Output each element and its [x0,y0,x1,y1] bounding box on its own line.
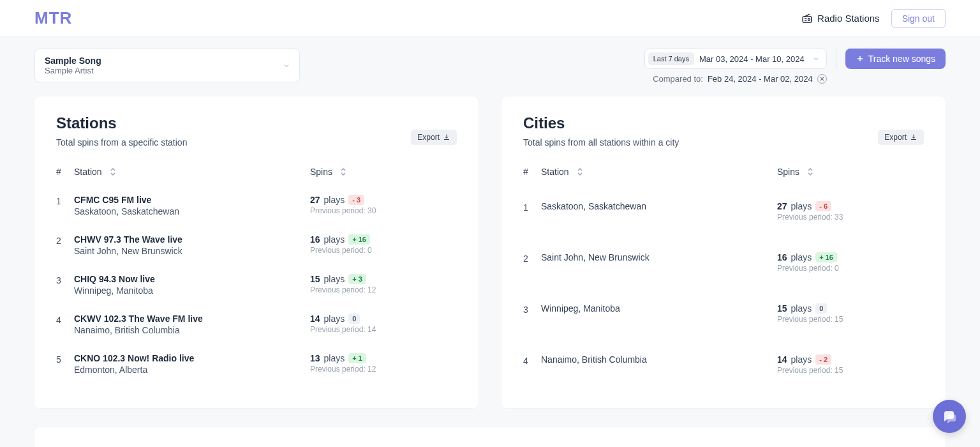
row-rank: 2 [56,234,74,256]
sort-icon [340,167,346,176]
row-rank: 4 [523,354,541,375]
song-title: Sample Song [45,56,290,66]
row-rank: 5 [56,353,74,375]
col-num: # [56,167,74,177]
table-row[interactable]: 4 Nanaimo, British Columbia 14 plays - 2… [523,339,924,390]
station-name: Saint John, New Brunswick [541,252,777,262]
col-num: # [523,167,541,177]
plays-label: plays [324,234,345,245]
cities-title: Cities [523,114,878,132]
clear-comparison-button[interactable] [817,74,827,84]
col-station-sort[interactable]: Station [74,167,310,177]
station-location: Saskatoon, Saskatchewan [74,206,310,216]
delta-badge: - 2 [815,354,831,365]
station-location: Edmonton, Alberta [74,365,310,375]
row-rank: 2 [523,252,541,273]
date-range-picker[interactable]: Last 7 days Mar 03, 2024 - Mar 10, 2024 [644,49,827,69]
svg-point-1 [808,19,810,20]
col-station-sort[interactable]: Station [541,167,777,177]
export-stations-button[interactable]: Export [411,130,457,145]
plays-count: 15 [777,303,787,314]
app-header: MTR Radio Stations Sign out [0,0,980,37]
station-name: CHIQ 94.3 Now live [74,274,310,284]
plays-count: 13 [310,353,320,363]
table-row[interactable]: 1 Saskatoon, Saskatchewan 27 plays - 6 P… [523,186,924,237]
previous-period: Previous period: 12 [310,285,457,294]
plays-count: 27 [777,201,787,211]
table-row[interactable]: 4 CKWV 102.3 The Wave FM live Nanaimo, B… [56,305,457,344]
chevron-down-icon [283,62,290,70]
plays-count: 16 [777,252,787,262]
previous-period: Previous period: 15 [777,315,924,324]
previous-period: Previous period: 0 [777,264,924,273]
stations-subtitle: Total spins from a specific station [56,137,411,148]
delta-badge: 0 [815,303,827,314]
previous-period: Previous period: 0 [310,246,457,255]
table-row[interactable]: 1 CFMC C95 FM live Saskatoon, Saskatchew… [56,186,457,225]
plays-label: plays [791,354,812,365]
cities-column-header: # Station Spins [523,148,924,186]
previous-period: Previous period: 30 [310,206,457,215]
delta-badge: + 3 [348,274,366,284]
compared-label: Compared to: [653,74,703,84]
export-cities-button[interactable]: Export [878,130,924,145]
date-quick-badge: Last 7 days [648,52,694,65]
download-icon [443,133,450,141]
table-row[interactable]: 3 Winnipeg, Manitoba 15 plays 0 Previous… [523,288,924,339]
table-row[interactable]: 5 CKNO 102.3 Now! Radio live Edmonton, A… [56,344,457,384]
previous-period: Previous period: 14 [310,325,457,334]
row-rank: 3 [56,274,74,296]
stations-panel: Stations Total spins from a specific sta… [34,96,479,408]
song-selector[interactable]: Sample Song Sample Artist [34,49,300,82]
plays-count: 16 [310,234,320,245]
cities-rows: 1 Saskatoon, Saskatchewan 27 plays - 6 P… [523,186,924,390]
row-rank: 3 [523,303,541,324]
station-location: Winnipeg, Manitoba [74,285,310,296]
song-artist: Sample Artist [45,66,290,75]
table-row[interactable]: 2 CHWV 97.3 The Wave live Saint John, Ne… [56,225,457,265]
plays-label: plays [791,201,812,211]
next-panel-top [34,427,946,447]
track-new-songs-button[interactable]: Track new songs [845,49,946,69]
plays-label: plays [791,303,812,314]
stations-title: Stations [56,114,411,132]
col-spins-sort[interactable]: Spins [310,167,457,177]
sort-icon [577,167,583,176]
station-location: Saint John, New Brunswick [74,246,310,256]
chevron-down-icon [810,55,820,63]
sign-out-button[interactable]: Sign out [891,9,946,28]
date-range-text: Mar 03, 2024 - Mar 10, 2024 [699,54,805,64]
station-location: Nanaimo, British Columbia [74,325,310,335]
previous-period: Previous period: 33 [777,213,924,222]
stations-rows: 1 CFMC C95 FM live Saskatoon, Saskatchew… [56,186,457,384]
table-row[interactable]: 3 CHIQ 94.3 Now live Winnipeg, Manitoba … [56,265,457,305]
plays-label: plays [324,353,345,363]
col-spins-sort[interactable]: Spins [777,167,924,177]
station-name: CKNO 102.3 Now! Radio live [74,353,310,363]
nav-radio-stations[interactable]: Radio Stations [801,13,880,24]
cities-panel: Cities Total spins from all stations wit… [501,96,946,408]
download-icon [910,133,917,141]
divider [836,50,836,69]
brand-logo[interactable]: MTR [34,8,801,28]
plays-label: plays [324,274,345,284]
table-row[interactable]: 2 Saint John, New Brunswick 16 plays + 1… [523,237,924,288]
cities-subtitle: Total spins from all stations within a c… [523,137,878,148]
plays-label: plays [791,252,812,262]
station-name: CHWV 97.3 The Wave live [74,234,310,245]
previous-period: Previous period: 12 [310,365,457,374]
sort-icon [807,167,813,176]
station-name: Nanaimo, British Columbia [541,354,777,365]
delta-badge: + 16 [815,252,837,262]
compared-range: Feb 24, 2024 - Mar 02, 2024 [708,74,813,84]
row-rank: 1 [56,195,74,216]
previous-period: Previous period: 15 [777,366,924,375]
radio-icon [801,13,813,24]
plays-label: plays [324,314,345,324]
station-name: CKWV 102.3 The Wave FM live [74,314,310,324]
plays-count: 14 [310,314,320,324]
stations-column-header: # Station Spins [56,148,457,186]
chat-widget-button[interactable] [933,400,966,433]
compared-to-row: Compared to: Feb 24, 2024 - Mar 02, 2024 [653,74,827,84]
sort-icon [110,167,116,176]
